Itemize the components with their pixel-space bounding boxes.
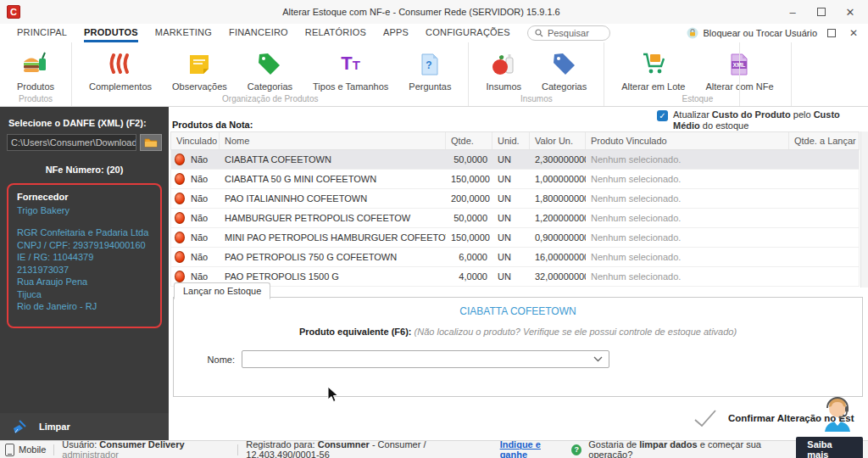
not-linked-status-icon bbox=[175, 212, 185, 224]
ribbon-close-button[interactable]: ✕ bbox=[846, 27, 861, 39]
maximize-button[interactable] bbox=[807, 0, 836, 24]
observacoes-button[interactable]: Observações bbox=[162, 48, 237, 93]
col-vinculado[interactable]: Vinculado bbox=[171, 132, 220, 149]
vinculado-value: Não bbox=[191, 193, 208, 204]
perguntas-button-label: Perguntas bbox=[409, 81, 451, 92]
col-qtde-lancar[interactable]: Qtde. a Lançar bbox=[789, 132, 859, 149]
lock-user-button[interactable]: Bloquear ou Trocar Usuário bbox=[687, 27, 817, 39]
observacoes-button-label: Observações bbox=[172, 81, 227, 92]
alterar-em-lote-button[interactable]: Alterar em Lote bbox=[611, 48, 695, 93]
valor-cell: 1,2000000000 bbox=[530, 213, 586, 223]
minimize-button[interactable]: – bbox=[778, 0, 807, 24]
update-cost-label: Atualizar Custo do Produto pelo Custo Mé… bbox=[673, 109, 860, 131]
categorias-button[interactable]: Categorias bbox=[237, 48, 303, 93]
lancar-panel: CIABATTA COFEETOWN Produto equivalente (… bbox=[173, 297, 863, 397]
produtos-button[interactable]: Produtos bbox=[7, 48, 64, 93]
not-linked-status-icon bbox=[175, 173, 185, 185]
question-doc-icon: ? bbox=[420, 50, 440, 79]
window-controls: – ✕ bbox=[778, 0, 865, 24]
tab-configuracoes[interactable]: CONFIGURAÇÕES bbox=[426, 24, 510, 42]
indique-e-ganhe-link[interactable]: Indique e ganhe bbox=[500, 439, 565, 458]
limpar-button[interactable]: Limpar bbox=[0, 413, 169, 440]
limpar-button-label: Limpar bbox=[39, 422, 70, 432]
categorias-insumos-button[interactable]: Categorias bbox=[531, 48, 597, 93]
search-icon bbox=[535, 29, 543, 37]
qtde-cell: 150,0000 bbox=[446, 174, 492, 184]
not-linked-status-icon bbox=[175, 271, 185, 282]
valor-cell: 16,0000000000 bbox=[530, 252, 586, 262]
table-row[interactable]: Não PAO ITALIANINHO COFEETOWN 200,0000 U… bbox=[170, 189, 860, 209]
col-qtde[interactable]: Qtde. bbox=[446, 132, 492, 149]
fornecedor-line: RGR Confeitaria e Padaria Ltda bbox=[17, 226, 152, 239]
categorias-insumos-button-label: Categorias bbox=[542, 81, 587, 92]
tipos-tamanhos-button[interactable]: TT Tipos e Tamanhos bbox=[303, 48, 398, 93]
xml-path-input[interactable]: C:\Users\Consumer\Downloads\XML-Entr bbox=[7, 134, 136, 151]
col-produto-vinculado[interactable]: Produto Vinculado bbox=[586, 132, 789, 149]
mobile-status[interactable]: Mobile bbox=[5, 444, 46, 456]
qtde-cell: 50,0000 bbox=[446, 213, 492, 223]
table-row[interactable]: Não PAO PETROPOLIS 750 G COFEETOWN 6,000… bbox=[170, 248, 860, 267]
valor-cell: 1,8000000000 bbox=[530, 193, 586, 204]
qtde-cell: 50,0000 bbox=[446, 154, 492, 165]
help-circle-icon: ? bbox=[571, 444, 581, 455]
qtde-cell: 4,0000 bbox=[446, 271, 492, 282]
table-row[interactable]: Não CIABATTA COFEETOWN 50,0000 UN 2,3000… bbox=[170, 150, 860, 170]
folder-icon bbox=[144, 137, 158, 148]
complementos-button[interactable]: Complementos bbox=[79, 48, 162, 93]
tab-principal[interactable]: PRINCIPAL bbox=[17, 24, 67, 42]
not-linked-status-icon bbox=[175, 193, 185, 204]
table-row[interactable]: Não CIABATTA 50 G MINI COFEETOWN 150,000… bbox=[170, 170, 860, 189]
nome-cell: PAO ITALIANINHO COFEETOWN bbox=[220, 193, 446, 204]
valor-cell: 2,3000000000 bbox=[530, 154, 586, 165]
tab-produtos[interactable]: PRODUTOS bbox=[84, 24, 138, 42]
update-cost-option[interactable]: ✓ Atualizar Custo do Produto pelo Custo … bbox=[657, 109, 860, 131]
vinculado-value: Não bbox=[191, 154, 208, 165]
support-avatar[interactable] bbox=[820, 394, 855, 434]
col-valor[interactable]: Valor Un. bbox=[530, 132, 586, 149]
vinculado-value: Não bbox=[191, 213, 208, 223]
table-header[interactable]: Vinculado Nome Qtde. Unid. Valor Un. Pro… bbox=[170, 131, 860, 150]
checkbox-checked-icon[interactable]: ✓ bbox=[657, 110, 668, 121]
mobile-label: Mobile bbox=[19, 444, 46, 455]
ingredients-icon bbox=[491, 50, 516, 79]
table-row[interactable]: Não PAO PETROPOLIS 1500 G 4,0000 UN 32,0… bbox=[170, 267, 860, 287]
lock-icon bbox=[687, 27, 698, 39]
nome-combobox[interactable] bbox=[242, 350, 609, 368]
col-unid[interactable]: Unid. bbox=[492, 132, 530, 149]
table-row[interactable]: Não MINI PAO PETROPOLIS HAMBURGUER COFEE… bbox=[170, 228, 860, 248]
insumos-button-label: Insumos bbox=[486, 81, 521, 92]
col-nome[interactable]: Nome bbox=[220, 132, 446, 149]
search-placeholder: Pesquisar bbox=[548, 28, 589, 38]
ribbon-restore-icon bbox=[827, 29, 836, 37]
tab-lancar-no-estoque[interactable]: Lançar no Estoque bbox=[174, 282, 270, 299]
perguntas-button[interactable]: ? Perguntas bbox=[398, 48, 461, 93]
search-input[interactable]: Pesquisar bbox=[527, 25, 610, 41]
ribbon-restore-button[interactable] bbox=[824, 29, 839, 37]
insumos-button[interactable]: Insumos bbox=[476, 48, 531, 93]
tab-apps[interactable]: APPS bbox=[383, 24, 409, 42]
group-label-produtos: Produtos bbox=[0, 94, 71, 103]
text-sizes-icon: TT bbox=[341, 50, 360, 79]
vinculado-value: Não bbox=[191, 174, 208, 184]
produto-equivalente-note: (Não localizou o produto? Verifique se e… bbox=[415, 327, 737, 337]
nome-cell: CIABATTA 50 G MINI COFEETOWN bbox=[220, 174, 446, 184]
tab-financeiro[interactable]: FINANCEIRO bbox=[229, 24, 288, 42]
tab-relatorios[interactable]: RELATÓRIOS bbox=[305, 24, 366, 42]
browse-folder-button[interactable] bbox=[140, 134, 162, 151]
tab-marketing[interactable]: MARKETING bbox=[155, 24, 212, 42]
produto-vinculado-cell: Nenhum selecionado. bbox=[586, 174, 789, 184]
vinculado-value: Não bbox=[191, 252, 208, 262]
svg-text:?: ? bbox=[426, 59, 432, 71]
table-row[interactable]: Não HAMBURGUER PETROPOLIS COFEETOW 50,00… bbox=[170, 209, 860, 228]
close-button[interactable]: ✕ bbox=[836, 0, 865, 24]
fornecedor-line: Tijuca bbox=[17, 288, 152, 301]
checkmark-icon bbox=[693, 409, 718, 427]
sidebar: Selecione o DANFE (XML) (F2): C:\Users\C… bbox=[0, 107, 169, 440]
restore-icon bbox=[817, 8, 826, 16]
saiba-mais-button[interactable]: Saiba mais bbox=[796, 437, 863, 458]
selected-product-title: CIABATTA COFEETOWN bbox=[174, 305, 862, 317]
fornecedor-title: Fornecedor bbox=[17, 192, 152, 202]
table-scrollbar[interactable] bbox=[860, 131, 868, 288]
administrador-link[interactable]: administrador bbox=[62, 450, 119, 458]
fornecedor-line: CNPJ / CPF: 29379194000160 bbox=[17, 239, 152, 252]
